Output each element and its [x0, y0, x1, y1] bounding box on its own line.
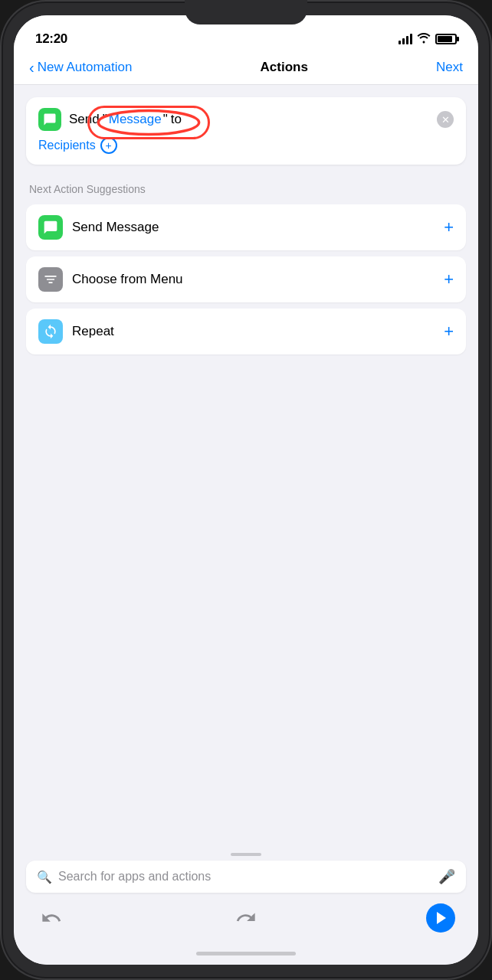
add-suggestion-icon[interactable]: + [444, 323, 454, 340]
suggestion-left: Choose from Menu [38, 267, 183, 292]
quote-open: " [103, 112, 107, 127]
message-token[interactable]: " Message " [103, 112, 168, 127]
send-message-action-icon [38, 108, 61, 131]
list-item[interactable]: Repeat + [26, 309, 466, 354]
redo-button[interactable] [231, 903, 261, 933]
suggestion-label: Repeat [72, 324, 114, 339]
wifi-icon [417, 33, 431, 46]
status-time: 12:20 [35, 31, 67, 47]
phone-frame: 12:20 ‹ [0, 0, 492, 980]
home-indicator [14, 942, 478, 965]
nav-back-button[interactable]: ‹ New Automation [29, 60, 132, 75]
suggestions-section: Next Action Suggestions Send Message + [26, 183, 466, 361]
nav-back-label: New Automation [38, 60, 133, 75]
nav-bar: ‹ New Automation Actions Next [14, 54, 478, 85]
nav-title: Actions [261, 60, 308, 75]
plus-icon: + [106, 140, 112, 151]
suggestions-label: Next Action Suggestions [26, 183, 466, 195]
undo-button[interactable] [37, 903, 66, 933]
microphone-icon[interactable]: 🎤 [438, 868, 455, 885]
play-icon [437, 912, 446, 924]
suggestion-left: Repeat [38, 319, 114, 344]
signal-icon [399, 34, 412, 44]
nav-next-button[interactable]: Next [436, 60, 463, 75]
drag-handle [14, 845, 478, 861]
close-icon: ✕ [441, 115, 450, 125]
notch [185, 0, 307, 24]
add-suggestion-icon[interactable]: + [444, 219, 454, 236]
action-card: Send " Message " to ✕ [26, 97, 466, 165]
list-item[interactable]: Choose from Menu + [26, 256, 466, 302]
phone-screen: 12:20 ‹ [14, 15, 478, 965]
main-content: Send " Message " to ✕ [14, 85, 478, 845]
action-send-text: Send [69, 112, 100, 127]
drag-handle-bar [231, 853, 261, 856]
battery-icon [435, 34, 457, 44]
add-recipient-button[interactable]: + [100, 137, 117, 154]
choose-menu-suggestion-icon [38, 267, 63, 292]
add-suggestion-icon[interactable]: + [444, 271, 454, 288]
quote-close: " [163, 112, 168, 127]
content-spacer [14, 361, 478, 845]
suggestion-label: Send Message [72, 220, 159, 235]
bottom-toolbar [14, 893, 478, 942]
remove-action-button[interactable]: ✕ [437, 111, 454, 128]
action-to-text: to [171, 112, 182, 127]
send-message-suggestion-icon [38, 215, 63, 240]
search-bar[interactable]: 🔍 Search for apps and actions 🎤 [26, 861, 466, 893]
list-item[interactable]: Send Message + [26, 204, 466, 250]
message-token-text[interactable]: Message [109, 112, 162, 127]
repeat-suggestion-icon [38, 319, 63, 344]
run-button[interactable] [426, 903, 455, 933]
recipients-row: Recipients + [38, 137, 454, 154]
search-placeholder: Search for apps and actions [58, 870, 432, 884]
bottom-panel: 🔍 Search for apps and actions 🎤 [14, 845, 478, 942]
back-chevron-icon: ‹ [29, 60, 34, 75]
suggestion-label: Choose from Menu [72, 272, 183, 287]
home-bar [196, 952, 296, 956]
status-icons [399, 33, 457, 46]
recipients-placeholder[interactable]: Recipients [38, 139, 96, 152]
suggestion-left: Send Message [38, 215, 159, 240]
search-icon: 🔍 [37, 870, 52, 884]
action-text-row: Send " Message " to [69, 112, 429, 127]
